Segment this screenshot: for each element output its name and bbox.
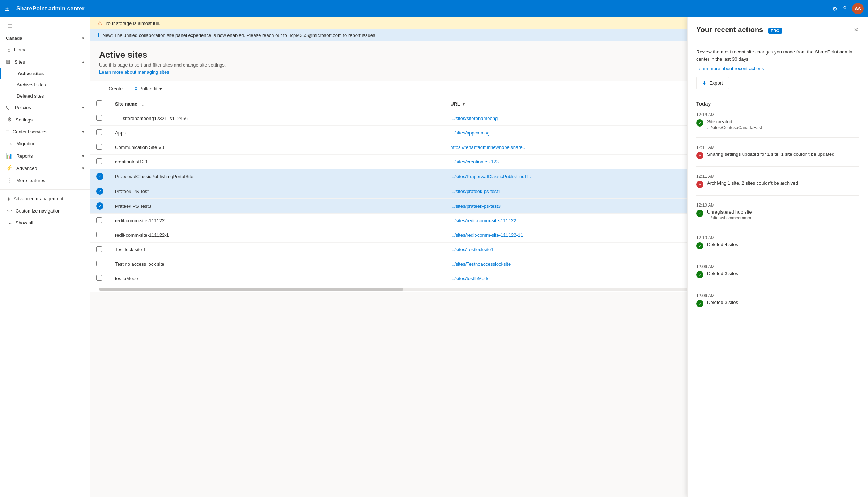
tenant-label: Canada: [6, 35, 22, 41]
row-checkbox-cell[interactable]: ✓: [90, 184, 109, 199]
row-check-circle: ✓: [96, 173, 103, 180]
sidebar-toggle[interactable]: ☰: [0, 20, 90, 33]
panel-description: Review the most recent site changes you …: [696, 48, 859, 63]
panel-body: Review the most recent site changes you …: [688, 41, 868, 317]
advanced-management-label: Advanced management: [14, 196, 63, 201]
info-banner-text: New: The unified collaboration site pane…: [102, 33, 375, 38]
row-checkbox[interactable]: [96, 232, 102, 237]
row-checkbox[interactable]: [96, 144, 102, 150]
row-checkbox-cell[interactable]: ✓: [90, 199, 109, 214]
archived-sites-label: Archived sites: [17, 82, 46, 87]
sidebar-item-sites-label: Sites: [14, 59, 25, 65]
advanced-label: Advanced: [16, 166, 37, 171]
sidebar-item-advanced[interactable]: ⚡ Advanced ▾: [0, 162, 90, 174]
row-site-name: creationtest123: [109, 155, 444, 169]
reports-label: Reports: [16, 153, 33, 159]
sidebar-item-customize-navigation[interactable]: ✏ Customize navigation: [0, 205, 90, 217]
policies-chevron: ▾: [82, 105, 84, 110]
action-time: 12:18 AM: [696, 112, 859, 117]
row-checkbox-cell[interactable]: [90, 271, 109, 286]
sidebar-item-content-services[interactable]: ≡ Content services ▾: [0, 126, 90, 138]
policies-icon: 🛡: [6, 104, 11, 111]
sidebar-item-home-label: Home: [14, 47, 27, 52]
sidebar-item-migration[interactable]: → Migration: [0, 138, 90, 150]
row-checkbox-cell[interactable]: [90, 228, 109, 243]
action-text-group: Unregistered hub site.../sites/shivamcom…: [707, 209, 752, 220]
show-all-label: Show all: [16, 220, 33, 226]
sidebar-item-active-sites[interactable]: Active sites: [0, 68, 90, 79]
row-checkbox-cell[interactable]: [90, 140, 109, 155]
select-all-checkbox[interactable]: [96, 100, 102, 106]
pro-badge: PRO: [768, 28, 782, 34]
sites-chevron: ▴: [82, 60, 84, 64]
panel-close-button[interactable]: ×: [852, 25, 859, 35]
row-checkbox[interactable]: [96, 129, 102, 135]
row-checkbox-cell[interactable]: [90, 126, 109, 140]
row-checkbox-cell[interactable]: [90, 155, 109, 169]
export-button[interactable]: ⬇ Export: [696, 77, 729, 89]
sidebar-item-sites[interactable]: ▦ Sites ▴: [0, 56, 90, 68]
success-icon: ✓: [696, 271, 703, 278]
row-checkbox[interactable]: [96, 115, 102, 121]
col-header-check: [90, 97, 109, 111]
row-site-name: testlbMode: [109, 271, 444, 286]
content-services-chevron: ▾: [82, 129, 84, 134]
row-checkbox-cell[interactable]: ✓: [90, 169, 109, 184]
help-icon[interactable]: ?: [843, 5, 846, 12]
row-site-name: PraporwalClassicPublishingPortalSite: [109, 169, 444, 184]
export-icon: ⬇: [702, 80, 706, 86]
reports-icon: 📊: [6, 153, 13, 159]
settings-nav-icon: ⚙: [7, 116, 12, 123]
row-checkbox-cell[interactable]: [90, 257, 109, 271]
settings-icon[interactable]: ⚙: [832, 5, 837, 12]
sidebar-item-settings[interactable]: ⚙ Settings: [0, 113, 90, 126]
col-header-site-name[interactable]: Site name ↑↓: [109, 97, 444, 111]
row-checkbox[interactable]: [96, 275, 102, 281]
create-button[interactable]: + Create: [99, 83, 127, 94]
row-check-circle: ✓: [96, 202, 103, 210]
row-checkbox[interactable]: [96, 261, 102, 266]
bulk-edit-button[interactable]: ≡ Bulk edit ▾: [130, 83, 166, 94]
customize-nav-icon: ✏: [7, 207, 12, 214]
sidebar-item-more-features[interactable]: ⋮ More features: [0, 174, 90, 187]
sidebar-divider: [0, 189, 90, 190]
success-icon: ✓: [696, 119, 703, 127]
action-time: 12:06 AM: [696, 293, 859, 298]
action-title: Deleted 4 sites: [707, 242, 738, 247]
action-entry: 12:06 AM✓Deleted 3 sites: [696, 290, 859, 310]
site-name-sort-icon: ↑↓: [140, 102, 144, 106]
sidebar-item-archived-sites[interactable]: Archived sites: [0, 79, 90, 90]
row-checkbox[interactable]: [96, 158, 102, 164]
today-section-label: Today: [696, 101, 859, 107]
panel-learn-more-link[interactable]: Learn more about recent actions: [696, 66, 764, 71]
sidebar-item-deleted-sites[interactable]: Deleted sites: [0, 90, 90, 102]
bulk-edit-label: Bulk edit: [139, 86, 157, 91]
row-checkbox[interactable]: [96, 246, 102, 252]
row-checkbox-cell[interactable]: [90, 214, 109, 228]
sidebar-tenant[interactable]: Canada ▾: [0, 33, 90, 44]
toolbar-separator: [171, 84, 171, 93]
action-text-group: Archiving 1 site, 2 sites couldn't be ar…: [707, 180, 798, 186]
action-time: 12:06 AM: [696, 264, 859, 269]
row-checkbox-cell[interactable]: [90, 243, 109, 257]
sidebar-item-home[interactable]: ⌂ Home: [0, 44, 90, 56]
content-services-label: Content services: [13, 129, 48, 134]
learn-more-link[interactable]: Learn more about managing sites: [99, 69, 169, 75]
action-entry: 12:11 AM✕Sharing settings updated for 1 …: [696, 142, 859, 162]
panel-divider-top: [696, 95, 859, 95]
active-sites-label: Active sites: [18, 71, 44, 76]
policies-label: Policies: [15, 105, 31, 110]
row-site-name: Prateek PS Test1: [109, 184, 444, 199]
sidebar-item-show-all[interactable]: ··· Show all: [0, 217, 90, 229]
row-checkbox-cell[interactable]: [90, 111, 109, 126]
action-row: ✓Deleted 4 sites: [696, 242, 859, 249]
avatar[interactable]: AS: [852, 3, 864, 14]
sidebar-item-reports[interactable]: 📊 Reports ▾: [0, 150, 90, 162]
content-services-icon: ≡: [6, 129, 9, 135]
row-checkbox[interactable]: [96, 217, 102, 223]
action-subtitle: .../sites/shivamcommm: [707, 215, 752, 220]
waffle-icon[interactable]: ⊞: [4, 5, 10, 13]
sidebar-item-policies[interactable]: 🛡 Policies ▾: [0, 102, 90, 113]
action-divider: [696, 166, 859, 167]
sidebar-item-advanced-management[interactable]: ♦ Advanced management: [0, 193, 90, 205]
